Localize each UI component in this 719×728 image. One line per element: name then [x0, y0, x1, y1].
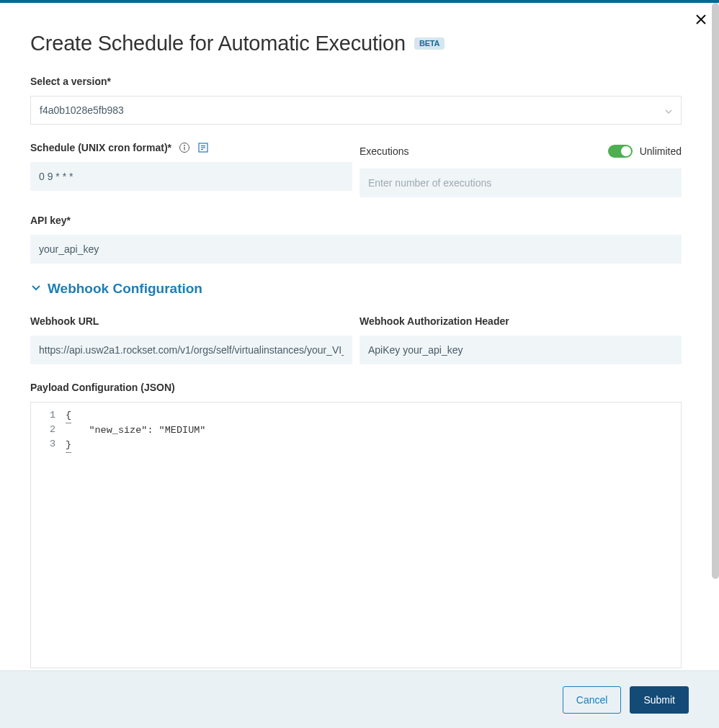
webhook-url-input[interactable] [30, 336, 352, 364]
line-number: 3 [31, 437, 61, 451]
close-icon [695, 14, 707, 25]
chevron-down-icon [30, 281, 42, 297]
executions-label: Executions [360, 145, 408, 157]
submit-button[interactable]: Submit [630, 686, 689, 714]
code-body[interactable]: { "new_size": "MEDIUM" } [61, 403, 210, 668]
unlimited-toggle[interactable] [608, 145, 633, 158]
scrollbar-track [712, 3, 719, 728]
close-button[interactable] [692, 11, 710, 28]
code-line: } [66, 438, 71, 453]
code-line: { [66, 408, 71, 423]
code-line: "new_size": "MEDIUM" [66, 425, 205, 436]
unlimited-toggle-label: Unlimited [640, 145, 682, 157]
line-number: 1 [31, 408, 61, 423]
webhook-auth-input[interactable] [360, 336, 682, 364]
info-icon[interactable] [179, 142, 190, 153]
beta-badge: BETA [414, 37, 445, 50]
apikey-input[interactable] [30, 235, 682, 264]
webhook-config-title: Webhook Configuration [48, 281, 202, 297]
page-title-text: Create Schedule for Automatic Execution [30, 32, 406, 55]
schedule-label: Schedule (UNIX cron format)* [30, 142, 352, 153]
page-title: Create Schedule for Automatic Execution … [30, 32, 682, 55]
version-select-value: f4a0b1028e5fb983 [40, 104, 124, 116]
code-gutter: 1 2 3 [31, 403, 61, 668]
note-icon[interactable] [197, 142, 209, 153]
payload-label: Payload Configuration (JSON) [30, 382, 682, 393]
scrollbar-thumb[interactable] [712, 3, 719, 579]
schedule-label-text: Schedule (UNIX cron format)* [30, 142, 171, 153]
svg-point-1 [184, 145, 185, 146]
payload-editor[interactable]: 1 2 3 { "new_size": "MEDIUM" } [30, 402, 682, 668]
apikey-label: API key* [30, 215, 682, 226]
chevron-down-icon [665, 104, 672, 116]
cancel-button[interactable]: Cancel [563, 686, 622, 714]
schedule-input[interactable] [30, 162, 352, 191]
webhook-config-toggle[interactable]: Webhook Configuration [30, 281, 682, 297]
line-number: 2 [31, 423, 61, 437]
webhook-auth-label: Webhook Authorization Header [360, 315, 682, 327]
version-select[interactable]: f4a0b1028e5fb983 [30, 96, 682, 125]
svg-rect-2 [184, 147, 184, 150]
version-label: Select a version* [30, 76, 682, 87]
executions-input[interactable] [360, 168, 682, 197]
dialog-footer: Cancel Submit [0, 670, 719, 728]
webhook-url-label: Webhook URL [30, 315, 352, 327]
